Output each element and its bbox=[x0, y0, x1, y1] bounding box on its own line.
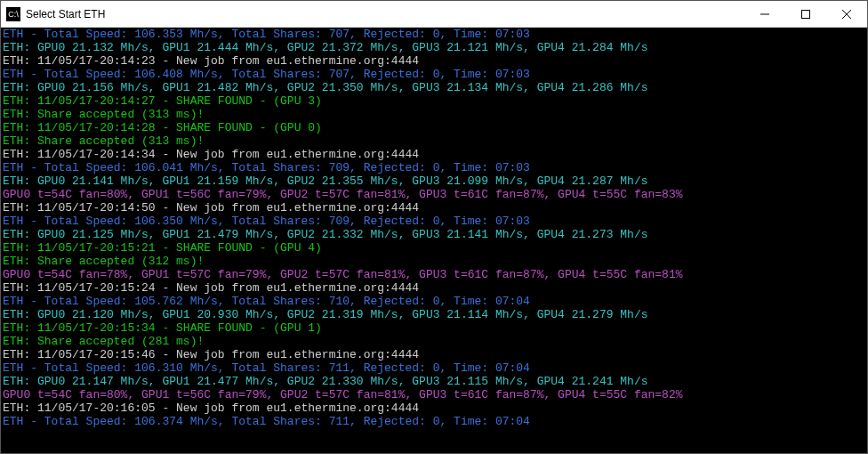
log-line: ETH: Share accepted (312 ms)! bbox=[3, 255, 865, 268]
close-icon bbox=[842, 10, 851, 19]
log-line: ETH: 11/05/17-20:15:46 - New job from eu… bbox=[3, 348, 865, 361]
minimize-icon bbox=[760, 10, 769, 19]
log-line: ETH: GPU0 21.125 Mh/s, GPU1 21.479 Mh/s,… bbox=[3, 228, 865, 241]
log-line: ETH - Total Speed: 106.310 Mh/s, Total S… bbox=[3, 361, 865, 375]
console-window: C:\ Select Start ETH ETH - Total Speed: … bbox=[0, 0, 868, 454]
maximize-button[interactable] bbox=[785, 1, 826, 28]
log-line: ETH: Share accepted (313 ms)! bbox=[3, 108, 865, 121]
log-line: ETH: GPU0 21.132 Mh/s, GPU1 21.444 Mh/s,… bbox=[3, 41, 865, 54]
log-line: ETH: 11/05/17-20:14:27 - SHARE FOUND - (… bbox=[3, 94, 865, 108]
minimize-button[interactable] bbox=[744, 1, 785, 28]
log-line: ETH - Total Speed: 106.350 Mh/s, Total S… bbox=[3, 215, 865, 228]
log-line: ETH: 11/05/17-20:14:34 - New job from eu… bbox=[3, 148, 865, 161]
log-line: ETH - Total Speed: 105.762 Mh/s, Total S… bbox=[3, 295, 865, 308]
window-title: Select Start ETH bbox=[26, 8, 105, 20]
log-line: ETH: 11/05/17-20:16:05 - New job from eu… bbox=[3, 401, 865, 415]
app-icon: C:\ bbox=[6, 7, 20, 21]
maximize-icon bbox=[801, 10, 810, 19]
log-line: ETH: GPU0 21.156 Mh/s, GPU1 21.482 Mh/s,… bbox=[3, 81, 865, 94]
log-line: ETH: GPU0 21.141 Mh/s, GPU1 21.159 Mh/s,… bbox=[3, 174, 865, 188]
log-line: ETH - Total Speed: 106.408 Mh/s, Total S… bbox=[3, 68, 865, 81]
log-line: ETH: Share accepted (281 ms)! bbox=[3, 335, 865, 348]
log-line: ETH: Share accepted (313 ms)! bbox=[3, 134, 865, 148]
console-output[interactable]: ETH - Total Speed: 106.353 Mh/s, Total S… bbox=[1, 28, 867, 453]
log-line: GPU0 t=54C fan=80%, GPU1 t=56C fan=79%, … bbox=[3, 388, 865, 401]
log-line: ETH: 11/05/17-20:15:21 - SHARE FOUND - (… bbox=[3, 241, 865, 255]
log-line: ETH: 11/05/17-20:14:50 - New job from eu… bbox=[3, 201, 865, 215]
log-line: ETH: 11/05/17-20:15:24 - New job from eu… bbox=[3, 281, 865, 295]
log-line: ETH: GPU0 21.147 Mh/s, GPU1 21.477 Mh/s,… bbox=[3, 375, 865, 388]
log-line: ETH: 11/05/17-20:14:28 - SHARE FOUND - (… bbox=[3, 121, 865, 134]
svg-rect-1 bbox=[802, 10, 810, 18]
log-line: ETH - Total Speed: 106.041 Mh/s, Total S… bbox=[3, 161, 865, 174]
log-line: GPU0 t=54C fan=78%, GPU1 t=57C fan=79%, … bbox=[3, 268, 865, 281]
log-line: ETH: 11/05/17-20:14:23 - New job from eu… bbox=[3, 54, 865, 68]
log-line: ETH: GPU0 21.120 Mh/s, GPU1 20.930 Mh/s,… bbox=[3, 308, 865, 321]
log-line: ETH - Total Speed: 106.374 Mh/s, Total S… bbox=[3, 415, 865, 428]
log-line: GPU0 t=54C fan=80%, GPU1 t=56C fan=79%, … bbox=[3, 188, 865, 201]
log-line: ETH: 11/05/17-20:15:34 - SHARE FOUND - (… bbox=[3, 321, 865, 335]
close-button[interactable] bbox=[826, 1, 867, 28]
log-line: ETH - Total Speed: 106.353 Mh/s, Total S… bbox=[3, 28, 865, 41]
titlebar[interactable]: C:\ Select Start ETH bbox=[1, 1, 867, 28]
